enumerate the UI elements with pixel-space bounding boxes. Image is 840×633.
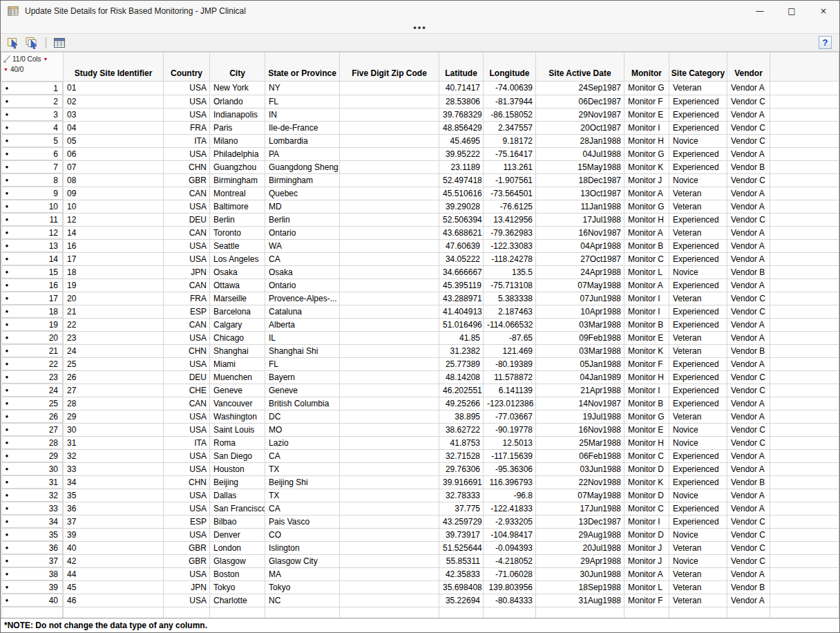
cell-monitor[interactable]: Monitor L [624, 580, 669, 594]
cell-city[interactable]: Vancouver [210, 397, 265, 410]
cell-longitude[interactable]: -75.713108 [484, 278, 536, 292]
cell-city[interactable]: Philadelphia [210, 147, 265, 160]
cell-site-category[interactable]: Novice [669, 265, 727, 278]
cell-site-active-date[interactable]: 15May1988 [536, 160, 624, 173]
cell-study-site-identifier[interactable]: 28 [64, 397, 164, 410]
cell-state-or-province[interactable]: Beijing Shi [265, 475, 340, 489]
cell-city[interactable]: Indianapolis [210, 108, 265, 121]
cell-vendor[interactable]: Vendor C [727, 292, 770, 305]
cell-country[interactable]: CAN [164, 278, 210, 292]
column-header-longitude[interactable]: Longitude [484, 53, 536, 82]
cell-country[interactable]: USA [164, 108, 210, 121]
cell-vendor[interactable]: Vendor A [727, 278, 770, 292]
cell-country[interactable]: USA [164, 95, 210, 108]
cell-latitude[interactable]: 43.259729 [439, 515, 484, 528]
cell-five-digit-zip-code[interactable] [340, 200, 439, 213]
cell-vendor[interactable]: Vendor A [727, 331, 770, 344]
cell-vendor[interactable]: Vendor C [727, 515, 770, 528]
cell-site-active-date[interactable]: 30Jun1988 [536, 567, 624, 580]
row-header[interactable]: ●22 [1, 357, 64, 370]
cell-city[interactable]: Marseille [210, 292, 265, 305]
table-row[interactable]: ●2225USAMiamiFL25.77389-80.1938905Jan198… [1, 357, 839, 370]
row-header[interactable]: ●9 [1, 187, 64, 200]
row-header[interactable]: ●25 [1, 397, 64, 410]
column-header-vendor[interactable]: Vendor [727, 53, 770, 82]
cell-country[interactable]: USA [164, 410, 210, 423]
cell-state-or-province[interactable]: CA [265, 252, 340, 265]
cell-site-active-date[interactable]: 03Jun1988 [536, 462, 624, 475]
cell-country[interactable]: USA [164, 489, 210, 502]
table-row[interactable]: ●1922CANCalgaryAlberta51.016496-114.0665… [1, 318, 839, 331]
cell-study-site-identifier[interactable]: 21 [64, 305, 164, 318]
row-state-icon[interactable]: ● [6, 191, 9, 196]
cell-state-or-province[interactable]: Ontario [265, 278, 340, 292]
cell-study-site-identifier[interactable]: 33 [64, 462, 164, 475]
cell-monitor[interactable]: Monitor G [624, 82, 669, 95]
cell-latitude[interactable]: 49.25266 [439, 397, 484, 410]
row-state-icon[interactable]: ● [6, 125, 9, 131]
cell-latitude[interactable]: 41.85 [439, 331, 484, 344]
cell-longitude[interactable]: -104.98417 [484, 528, 536, 541]
cell-study-site-identifier[interactable]: 44 [64, 567, 164, 580]
cell-study-site-identifier[interactable]: 24 [64, 344, 164, 357]
cell-five-digit-zip-code[interactable] [340, 357, 439, 370]
cell-site-category[interactable]: Veteran [669, 82, 727, 95]
cell-country[interactable]: JPN [164, 265, 210, 278]
cell-monitor[interactable]: Monitor D [624, 528, 669, 541]
cell-country[interactable]: ESP [164, 305, 210, 318]
table-row[interactable]: ●3033USAHoustonTX29.76306-95.3630603Jun1… [1, 462, 839, 475]
cell-latitude[interactable]: 34.666667 [439, 265, 484, 278]
cell-monitor[interactable]: Monitor E [624, 331, 669, 344]
cell-vendor[interactable]: Vendor C [727, 370, 770, 384]
cell-monitor[interactable]: Monitor B [624, 318, 669, 331]
cell-study-site-identifier[interactable]: 23 [64, 331, 164, 344]
cell-city[interactable]: Dallas [210, 489, 265, 502]
cell-site-category[interactable]: Novice [669, 554, 727, 567]
cell-state-or-province[interactable]: WA [265, 239, 340, 252]
cell-vendor[interactable]: Vendor B [727, 265, 770, 278]
cell-city[interactable]: Ottawa [210, 278, 265, 292]
cell-study-site-identifier[interactable]: 37 [64, 515, 164, 528]
cell-vendor[interactable]: Vendor C [727, 95, 770, 108]
cell-monitor[interactable]: Monitor K [624, 475, 669, 489]
cell-site-category[interactable]: Experienced [669, 213, 727, 226]
overflow-dots[interactable]: ••• [413, 25, 427, 30]
cell-latitude[interactable]: 41.8753 [439, 436, 484, 449]
row-state-icon[interactable]: ● [6, 151, 9, 157]
table-row[interactable]: ●2326DEUMuenchenBayern48.1420811.5788720… [1, 370, 839, 384]
cell-monitor[interactable]: Monitor K [624, 160, 669, 173]
column-header-state-or-province[interactable]: State or Province [265, 53, 340, 82]
row-state-icon[interactable]: ● [6, 270, 9, 275]
cell-study-site-identifier[interactable]: 01 [64, 82, 164, 95]
row-header[interactable]: ●2 [1, 95, 64, 108]
cell-site-category[interactable]: Novice [669, 489, 727, 502]
cell-five-digit-zip-code[interactable] [340, 594, 439, 607]
cell-monitor[interactable]: Monitor H [624, 436, 669, 449]
cell-latitude[interactable]: 47.60639 [439, 239, 484, 252]
cell-monitor[interactable]: Monitor I [624, 384, 669, 397]
cell-latitude[interactable]: 38.62722 [439, 423, 484, 436]
row-header[interactable]: ●26 [1, 410, 64, 423]
row-header[interactable]: ●19 [1, 318, 64, 331]
column-header-latitude[interactable]: Latitude [439, 53, 484, 82]
cell-vendor[interactable]: Vendor C [727, 121, 770, 134]
cell-longitude[interactable]: -73.564501 [484, 187, 536, 200]
cell-five-digit-zip-code[interactable] [340, 187, 439, 200]
cell-monitor[interactable]: Monitor D [624, 489, 669, 502]
cell-latitude[interactable]: 35.22694 [439, 594, 484, 607]
cell-state-or-province[interactable]: Tokyo [265, 580, 340, 594]
row-header[interactable]: ●4 [1, 121, 64, 134]
cell-five-digit-zip-code[interactable] [340, 278, 439, 292]
cell-latitude[interactable]: 39.95222 [439, 147, 484, 160]
cell-five-digit-zip-code[interactable] [340, 449, 439, 462]
cell-five-digit-zip-code[interactable] [340, 384, 439, 397]
table-row[interactable]: ●3539USADenverCO39.73917-104.9841729Aug1… [1, 528, 839, 541]
cell-monitor[interactable]: Monitor G [624, 147, 669, 160]
cell-site-active-date[interactable]: 24Apr1988 [536, 265, 624, 278]
row-state-icon[interactable]: ● [6, 414, 9, 419]
column-header-monitor[interactable]: Monitor [624, 53, 669, 82]
cell-longitude[interactable]: -95.36306 [484, 462, 536, 475]
cell-five-digit-zip-code[interactable] [340, 475, 439, 489]
row-header[interactable]: ●16 [1, 278, 64, 292]
row-state-icon[interactable]: ● [6, 480, 9, 485]
